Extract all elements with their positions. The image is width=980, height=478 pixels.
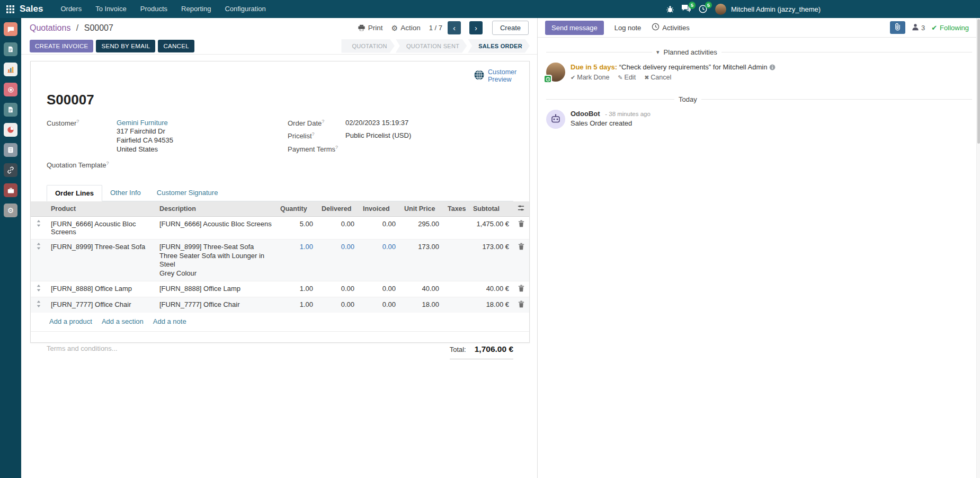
order-line-description[interactable]: [FURN_8888] Office Lamp [155,281,276,297]
col-subtotal[interactable]: Subtotal [469,201,513,217]
col-taxes[interactable]: Taxes [443,201,469,217]
sidebar-app-link-tracker-icon[interactable] [4,163,17,177]
edit-activity-button[interactable]: ✎Edit [618,74,636,81]
apps-grid-icon[interactable] [0,5,20,13]
optional-columns-icon[interactable] [518,206,524,213]
status-quotation[interactable]: QUOTATION [341,39,394,53]
order-line-product[interactable]: [FURN_8999] Three-Seat Sofa [47,240,155,281]
order-line-taxes[interactable] [443,281,469,297]
order-line-delivered[interactable]: 0.00 [317,281,359,297]
order-line-taxes[interactable] [443,297,469,313]
order-line-quantity[interactable]: 5.00 [276,217,317,240]
order-line-delivered[interactable]: 0.00 [317,217,359,240]
add-a-note-link[interactable]: Add a note [153,317,186,325]
followers-button[interactable]: 3 [912,23,925,32]
order-line-row[interactable]: [FURN_6666] Acoustic Bloc Screens [FURN_… [31,217,529,240]
order-line-quantity[interactable]: 1.00 [276,240,317,281]
add-a-section-link[interactable]: Add a section [102,317,144,325]
activities-clock-icon[interactable]: 5 [699,5,707,13]
col-description[interactable]: Description [155,201,276,217]
sidebar-app-purchase-icon[interactable] [4,183,17,197]
col-delivered[interactable]: Delivered [317,201,359,217]
order-line-quantity[interactable]: 1.00 [276,297,317,313]
col-invoiced[interactable]: Invoiced [359,201,400,217]
breadcrumb-quotations-link[interactable]: Quotations [30,23,70,32]
info-icon[interactable] [769,63,776,71]
cancel-activity-button[interactable]: ✖Cancel [644,74,671,81]
terms-placeholder[interactable]: Terms and conditions... [47,344,118,352]
sidebar-app-discuss-icon[interactable] [4,22,17,36]
order-line-description[interactable]: [FURN_8999] Three-Seat Sofa Three Seater… [155,240,276,281]
customer-preview-link[interactable]: Customer Preview [474,68,521,84]
menu-configuration[interactable]: Configuration [218,0,272,18]
order-line-unit-price[interactable]: 18.00 [400,297,443,313]
scrollbar-thumb[interactable] [977,19,980,144]
log-note-button[interactable]: Log note [614,24,642,32]
status-quotation-sent[interactable]: QUOTATION SENT [396,39,467,53]
attach-files-button[interactable] [890,21,905,34]
order-line-product[interactable]: [FURN_6666] Acoustic Bloc Screens [47,217,155,240]
tab-order-lines[interactable]: Order Lines [47,185,102,201]
action-button[interactable]: ⚙ Action [391,24,421,32]
menu-reporting[interactable]: Reporting [174,0,218,18]
page-scrollbar[interactable] [976,18,980,478]
order-line-invoiced[interactable]: 0.00 [359,217,400,240]
schedule-activity-button[interactable]: Activities [652,23,689,32]
order-line-product[interactable]: [FURN_8888] Office Lamp [47,281,155,297]
order-line-unit-price[interactable]: 173.00 [400,240,443,281]
order-line-row[interactable]: [FURN_7777] Office Chair [FURN_7777] Off… [31,297,529,313]
col-unit-price[interactable]: Unit Price [400,201,443,217]
order-line-row[interactable]: [FURN_8999] Three-Seat Sofa [FURN_8999] … [31,240,529,281]
menu-to-invoice[interactable]: To Invoice [88,0,133,18]
status-sales-order[interactable]: SALES ORDER [468,39,530,53]
tab-other-info[interactable]: Other Info [102,185,149,201]
col-quantity[interactable]: Quantity [276,201,317,217]
pager-previous-button[interactable]: ‹ [448,21,461,34]
create-invoice-button[interactable]: CREATE INVOICE [30,40,93,52]
drag-handle-icon[interactable] [37,243,41,251]
order-line-taxes[interactable] [443,217,469,240]
sidebar-app-documents-icon[interactable] [4,42,17,56]
app-name[interactable]: Sales [20,4,43,14]
sidebar-app-dashboards-icon[interactable] [4,63,17,76]
order-line-invoiced[interactable]: 0.00 [359,281,400,297]
delete-line-icon[interactable] [518,300,524,309]
order-line-delivered[interactable]: 0.00 [317,297,359,313]
messages-icon[interactable]: 5 [682,5,691,13]
add-a-product-link[interactable]: Add a product [49,317,92,325]
following-button[interactable]: ✔ Following [931,24,969,32]
col-product[interactable]: Product [47,201,155,217]
order-line-taxes[interactable] [443,240,469,281]
order-line-description[interactable]: [FURN_6666] Acoustic Bloc Screens [155,217,276,240]
order-line-invoiced[interactable]: 0.00 [359,297,400,313]
order-line-delivered[interactable]: 0.00 [317,240,359,281]
activity-avatar[interactable] [546,63,565,82]
mark-done-button[interactable]: ✔Mark Done [571,74,609,81]
order-line-invoiced[interactable]: 0.00 [359,240,400,281]
order-line-unit-price[interactable]: 295.00 [400,217,443,240]
tab-customer-signature[interactable]: Customer Signature [149,185,226,201]
order-line-unit-price[interactable]: 40.00 [400,281,443,297]
collapse-caret-icon[interactable]: ▾ [656,49,660,56]
menu-products[interactable]: Products [133,0,174,18]
sidebar-app-settings-icon[interactable]: ⚙ [4,203,17,217]
user-menu[interactable]: Mitchell Admin (jazzy_theme) [731,5,821,13]
send-by-email-button[interactable]: SEND BY EMAIL [96,40,155,52]
delete-line-icon[interactable] [518,243,524,252]
order-date-value[interactable]: 02/20/2023 15:19:37 [345,119,408,127]
order-line-quantity[interactable]: 1.00 [276,281,317,297]
order-line-description[interactable]: [FURN_7777] Office Chair [155,297,276,313]
pricelist-value[interactable]: Public Pricelist (USD) [345,131,411,140]
create-button[interactable]: Create [492,21,529,35]
send-message-button[interactable]: Send message [545,21,604,35]
user-avatar[interactable] [715,4,726,15]
delete-line-icon[interactable] [518,285,524,294]
delete-line-icon[interactable] [518,220,524,229]
sidebar-app-crm-icon[interactable] [4,83,17,96]
customer-name-link[interactable]: Gemini Furniture [117,119,168,127]
print-button[interactable]: Print [358,24,383,32]
sidebar-app-calculator-icon[interactable] [4,143,17,157]
drag-handle-icon[interactable] [37,300,41,309]
pager-next-button[interactable]: › [469,21,483,34]
sidebar-app-accounting-icon[interactable] [4,123,17,137]
